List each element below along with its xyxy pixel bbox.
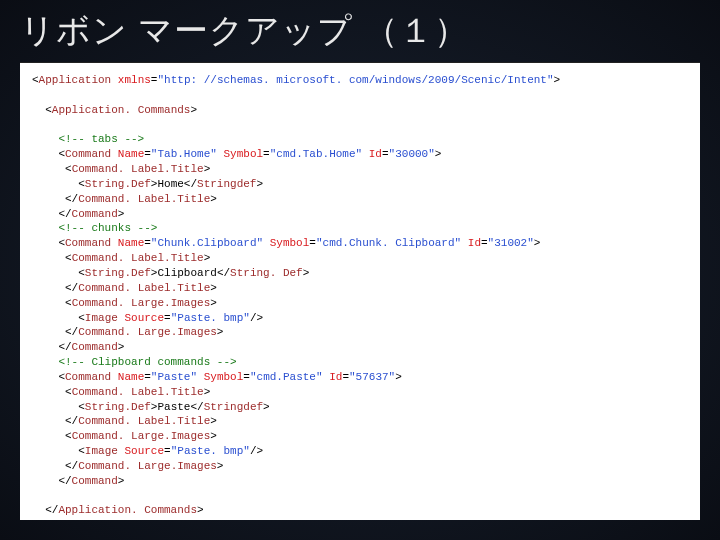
- tabs-comment: <!-- tabs -->: [58, 133, 144, 145]
- commands-close: Application. Commands: [58, 504, 197, 516]
- chunks-comment: <!-- chunks -->: [58, 222, 157, 234]
- code-block: <Application xmlns="http: //schemas. mic…: [20, 62, 700, 520]
- slide-title: リボン マークアップ （１）: [0, 0, 720, 58]
- xmlns-val: http: //schemas. microsoft. com/windows/…: [164, 74, 547, 86]
- commands-open: Application. Commands: [52, 104, 191, 116]
- clip-comment: <!-- Clipboard commands -->: [58, 356, 236, 368]
- slide: リボン マークアップ （１） <Application xmlns="http:…: [0, 0, 720, 540]
